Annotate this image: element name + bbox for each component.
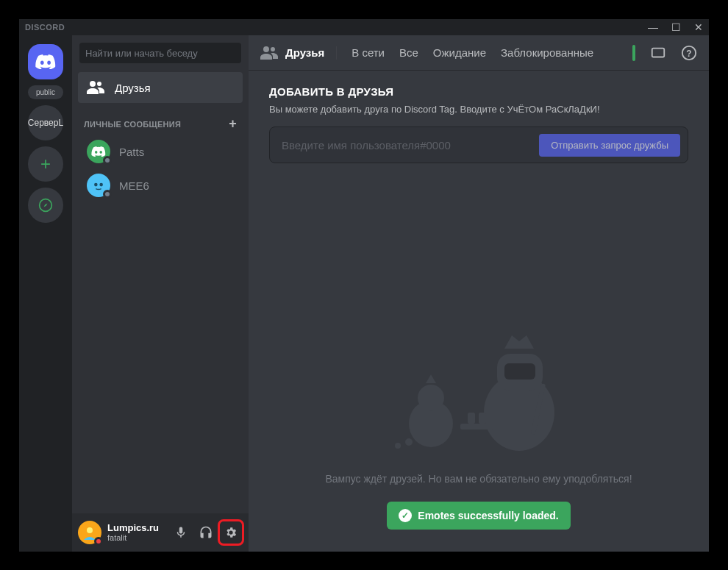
compass-icon: [38, 198, 53, 213]
server-folder[interactable]: public: [28, 85, 63, 99]
svg-point-13: [418, 385, 444, 411]
chat-plus-icon: [650, 45, 666, 61]
svg-point-5: [87, 527, 93, 533]
gear-icon: [224, 526, 238, 539]
home-button[interactable]: [28, 44, 63, 79]
user-panel: Lumpics.ru fatalit: [72, 513, 249, 552]
add-friend-input[interactable]: [282, 139, 532, 152]
wumpus-illustration: [346, 313, 611, 460]
friends-header: Друзья: [260, 46, 337, 60]
svg-rect-6: [652, 48, 665, 57]
discord-logo-icon: [35, 54, 56, 69]
server-list: public СерверL +: [19, 35, 72, 552]
friends-nav-label: Друзья: [115, 82, 151, 94]
microphone-icon: [174, 526, 188, 539]
check-icon: ✓: [399, 509, 412, 522]
headphones-icon: [199, 525, 213, 540]
help-icon: ?: [681, 45, 697, 61]
svg-point-3: [99, 183, 103, 187]
minimize-button[interactable]: —: [648, 21, 658, 33]
tab-online[interactable]: В сети: [351, 46, 385, 59]
svg-text:?: ?: [686, 48, 691, 58]
user-info[interactable]: Lumpics.ru fatalit: [104, 522, 166, 544]
dm-avatar: [87, 174, 110, 197]
dm-name: Patts: [119, 146, 144, 158]
svg-rect-14: [460, 424, 493, 430]
accent-divider: [632, 45, 635, 61]
close-button[interactable]: ✕: [694, 21, 703, 33]
app-window: DISCORD — ☐ ✕ public СерверL + Найти или…: [19, 19, 709, 552]
dm-section-header: ЛИЧНЫЕ СООБЩЕНИЯ +: [72, 104, 249, 135]
svg-rect-15: [468, 413, 475, 424]
status-dnd-icon: [94, 537, 103, 546]
svg-point-19: [395, 443, 401, 449]
tab-all[interactable]: Все: [399, 46, 418, 59]
dm-item[interactable]: MEE6: [78, 169, 243, 202]
svg-point-2: [94, 183, 98, 187]
friends-nav[interactable]: Друзья: [78, 72, 243, 103]
mute-button[interactable]: [169, 521, 193, 544]
username: Lumpics.ru: [107, 522, 166, 534]
tab-pending[interactable]: Ожидание: [433, 46, 486, 59]
empty-state-text: Вампус ждёт друзей. Но вам не обязательн…: [325, 472, 632, 487]
settings-button[interactable]: [219, 521, 243, 544]
toast-success: ✓ Emotes successfully loaded.: [387, 502, 570, 530]
top-bar: Друзья В сети Все Ожидание Заблокированн…: [249, 35, 709, 71]
add-friend-subtitle: Вы можете добавить друга по Discord Tag.…: [269, 104, 688, 115]
maximize-button[interactable]: ☐: [671, 21, 681, 33]
deafen-button[interactable]: [194, 521, 218, 544]
empty-state: Вампус ждёт друзей. Но вам не обязательн…: [269, 163, 688, 537]
svg-point-18: [405, 438, 413, 446]
svg-rect-16: [479, 413, 486, 424]
new-group-dm-button[interactable]: [650, 45, 666, 61]
main-content: Друзья В сети Все Ожидание Заблокированн…: [249, 35, 709, 552]
user-tag: fatalit: [107, 533, 166, 543]
create-dm-button[interactable]: +: [229, 116, 237, 132]
svg-rect-11: [504, 363, 535, 380]
dm-name: MEE6: [119, 179, 149, 192]
window-controls: — ☐ ✕: [648, 21, 703, 33]
help-button[interactable]: ?: [681, 45, 697, 61]
titlebar: DISCORD — ☐ ✕: [19, 19, 709, 35]
toast-text: Emotes successfully loaded.: [418, 510, 558, 521]
app-body: public СерверL + Найти или начать беседу…: [19, 35, 709, 552]
friends-header-label: Друзья: [285, 46, 324, 59]
send-friend-request-button[interactable]: Отправить запрос дружбы: [539, 134, 680, 157]
friends-icon: [260, 46, 278, 60]
channel-sidebar: Найти или начать беседу Друзья ЛИЧНЫЕ СО…: [72, 35, 249, 552]
search-placeholder: Найти или начать беседу: [85, 48, 198, 59]
discord-avatar-icon: [91, 146, 106, 157]
explore-servers-button[interactable]: [28, 188, 63, 223]
status-offline-icon: [103, 156, 112, 165]
dm-item[interactable]: Patts: [78, 135, 243, 168]
add-server-button[interactable]: +: [28, 146, 63, 182]
tab-blocked[interactable]: Заблокированные: [501, 46, 593, 59]
dm-avatar: [87, 140, 110, 163]
app-title: DISCORD: [25, 23, 65, 32]
status-offline-icon: [103, 190, 112, 199]
dm-search[interactable]: Найти или начать беседу: [79, 43, 241, 63]
dm-header-text: ЛИЧНЫЕ СООБЩЕНИЯ: [84, 120, 181, 129]
friends-icon: [87, 81, 104, 94]
server-item[interactable]: СерверL: [28, 105, 63, 140]
content-area: ДОБАВИТЬ В ДРУЗЬЯ Вы можете добавить дру…: [249, 71, 709, 552]
add-friend-input-wrap: Отправить запрос дружбы: [269, 127, 688, 163]
add-friend-title: ДОБАВИТЬ В ДРУЗЬЯ: [269, 85, 688, 98]
user-avatar[interactable]: [78, 521, 101, 544]
user-controls: [169, 521, 243, 544]
